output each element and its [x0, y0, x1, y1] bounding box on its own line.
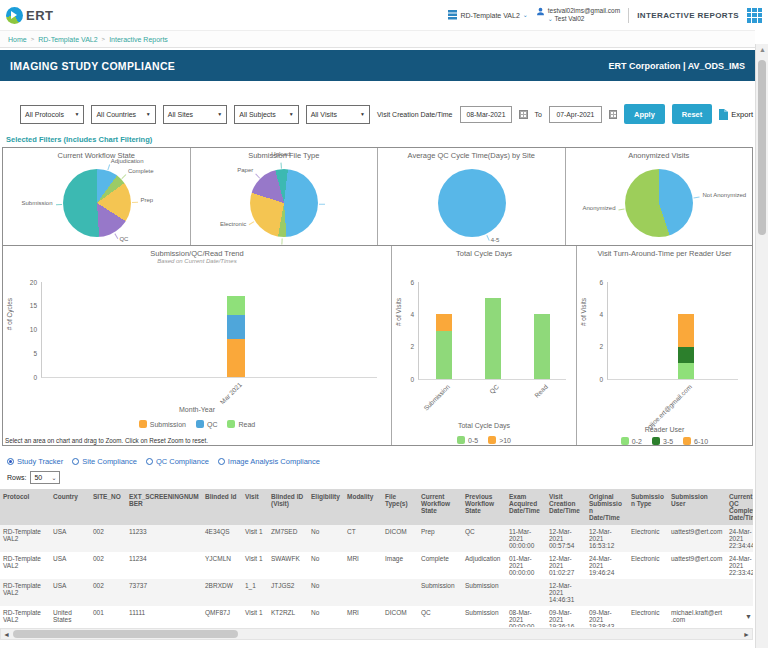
column-header[interactable]: Submission User — [668, 489, 726, 525]
bar-segment[interactable] — [678, 314, 694, 346]
horizontal-scrollbar[interactable]: ◄ ► — [0, 628, 753, 640]
scroll-left-arrow[interactable]: ◄ — [3, 629, 10, 640]
table-cell: DICOM — [382, 525, 418, 552]
bar-segment[interactable] — [436, 331, 452, 380]
pie-charts-row: Current Workflow State AdjudicationCompl… — [2, 147, 753, 246]
pie-chart[interactable] — [625, 169, 693, 237]
table-scroll-down-arrow[interactable]: ▼ — [745, 613, 752, 620]
table-cell — [586, 579, 628, 606]
tab-qc-compliance[interactable]: QC Compliance — [146, 457, 209, 466]
visits-dropdown[interactable]: All Visits▼ — [306, 105, 370, 124]
user-name: Test Val02 — [555, 15, 585, 22]
subjects-dropdown[interactable]: All Subjects▼ — [234, 105, 298, 124]
column-header[interactable]: SITE_NO — [90, 489, 126, 525]
legend-item[interactable]: >10 — [488, 436, 511, 444]
legend-item[interactable]: 0-2 — [621, 437, 642, 445]
column-header[interactable]: Exam Acquired Date/Time — [506, 489, 546, 525]
date-from-input[interactable]: 08-Mar-2021 — [460, 106, 513, 123]
legend-item[interactable]: QC — [196, 420, 218, 428]
chevron-down-icon: ⌄ — [523, 13, 528, 17]
column-header[interactable]: Blinded Id — [202, 489, 242, 525]
bar-segment[interactable] — [534, 314, 550, 379]
chart-title: Total Cycle Days — [392, 246, 576, 258]
column-header[interactable]: Blinded ID (Visit) — [268, 489, 308, 525]
breadcrumb-home[interactable]: Home — [8, 36, 27, 43]
table-cell: Submission — [418, 579, 462, 606]
pie-label-tick — [114, 233, 118, 239]
bar-segment[interactable] — [678, 363, 694, 379]
column-header[interactable]: Current Workflow State — [418, 489, 462, 525]
column-header[interactable]: Eligibility — [308, 489, 344, 525]
column-header[interactable]: EXT_SCREENINGNUMBER — [126, 489, 202, 525]
column-header[interactable]: File Type(s) — [382, 489, 418, 525]
plot-area[interactable] — [41, 282, 377, 378]
horizontal-scrollbar-thumb[interactable] — [13, 630, 238, 638]
scroll-right-arrow[interactable]: ► — [743, 629, 750, 640]
column-header[interactable]: Previous Workflow State — [462, 489, 506, 525]
table-cell: uattest9@ert.com — [668, 552, 726, 579]
breadcrumb-current[interactable]: Interactive Reports — [109, 36, 168, 43]
y-axis-tick: 10 — [3, 326, 37, 333]
tab-image-analysis-compliance[interactable]: Image Analysis Compliance — [218, 457, 320, 466]
pie-label-tick — [319, 203, 325, 204]
table-row[interactable]: RD-Template VAL2USA002112334E34QSVisit 1… — [0, 525, 753, 552]
user-menu[interactable]: testval02ims@gmail.com ⌄ Test Val02 — [536, 7, 620, 23]
legend-item[interactable]: Submission — [139, 420, 186, 428]
column-header[interactable]: Original Submission Date/Time — [586, 489, 628, 525]
breadcrumb-study[interactable]: RD-Template VAL2 — [38, 36, 97, 43]
column-header[interactable]: Protocol — [0, 489, 50, 525]
countries-dropdown[interactable]: All Countries▼ — [91, 105, 155, 124]
pie-chart[interactable] — [438, 169, 506, 237]
table-cell: 12-Mar-2021 16:53:12 — [586, 525, 628, 552]
study-selector[interactable]: RD-Template VAL2 ⌄ — [448, 10, 527, 20]
column-header[interactable]: Country — [50, 489, 90, 525]
date-to-input[interactable]: 07-Apr-2021 — [549, 106, 602, 123]
column-header[interactable]: Visit — [242, 489, 268, 525]
chevron-down-icon: ▼ — [74, 111, 79, 117]
scroll-up-arrow[interactable]: ▲ — [759, 46, 766, 53]
table-cell: 11-Mar-2021 00:00:00 — [506, 525, 546, 552]
legend-item[interactable]: 6-10 — [683, 437, 708, 445]
bar-segment[interactable] — [227, 315, 245, 339]
apply-button[interactable]: Apply — [624, 104, 665, 124]
vertical-scrollbar-thumb[interactable] — [758, 60, 766, 235]
x-axis-title: Month-Year — [3, 406, 391, 413]
app-grid-icon[interactable] — [747, 8, 762, 23]
tab-site-compliance[interactable]: Site Compliance — [72, 457, 137, 466]
legend-item[interactable]: Read — [227, 420, 255, 428]
plot-area[interactable] — [607, 282, 738, 380]
rows-label: Rows: — [7, 474, 26, 481]
bar-segment[interactable] — [227, 339, 245, 377]
legend-item[interactable]: 3-5 — [652, 437, 673, 445]
page-vertical-scrollbar[interactable]: ▲ — [755, 44, 768, 648]
calendar-icon[interactable] — [609, 110, 617, 119]
reset-button[interactable]: Reset — [672, 104, 712, 124]
table-row[interactable]: RD-Template VAL2USA002737372BRXDW1_1JTJG… — [0, 579, 753, 606]
export-button[interactable]: Export — [719, 109, 753, 120]
table-cell: No — [308, 579, 344, 606]
calendar-icon[interactable] — [519, 110, 527, 119]
column-header[interactable]: Submission Type — [628, 489, 668, 525]
pie-chart[interactable] — [250, 169, 318, 237]
sites-dropdown[interactable]: All Sites▼ — [163, 105, 227, 124]
bar-segment[interactable] — [436, 314, 452, 330]
column-header[interactable]: Current QC Complete Date/Time — [726, 489, 753, 525]
bar-segment[interactable] — [485, 298, 501, 379]
column-header[interactable]: Modality — [344, 489, 382, 525]
bar-segment[interactable] — [227, 296, 245, 315]
pie-chart[interactable] — [63, 169, 131, 237]
table-row[interactable]: RD-Template VAL2USA00211234YJCMLNVisit 1… — [0, 552, 753, 579]
pie-area: 4-5 — [378, 160, 565, 245]
tab-study-tracker[interactable]: Study Tracker — [7, 457, 63, 466]
bar-segment[interactable] — [678, 347, 694, 363]
table-row[interactable]: RD-Template VAL2United States00111111QMF… — [0, 606, 753, 627]
rows-select[interactable]: 50⌄ — [30, 471, 60, 484]
table-cell: 12-Mar-2021 00:57:54 — [546, 525, 586, 552]
legend-item[interactable]: 0-5 — [457, 436, 478, 444]
radio-icon — [7, 458, 14, 465]
plot-area[interactable] — [418, 282, 566, 380]
date-range-label: Visit Creation Date/Time — [377, 111, 452, 118]
radio-icon — [72, 458, 79, 465]
column-header[interactable]: Visit Creation Date/Time — [546, 489, 586, 525]
protocols-dropdown[interactable]: All Protocols▼ — [20, 105, 84, 124]
